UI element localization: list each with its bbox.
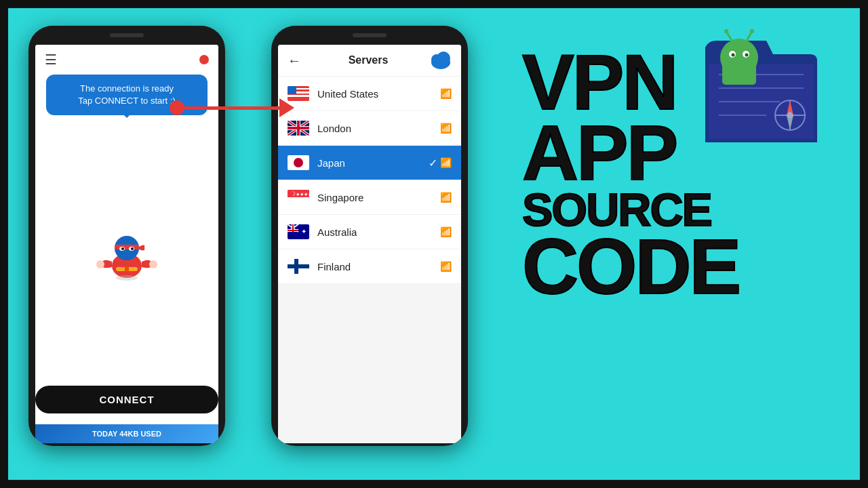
svg-point-14: [437, 52, 450, 65]
speaker: [110, 33, 144, 37]
signal-japan: 📶: [440, 157, 452, 168]
server-item-finland[interactable]: Finland 📶: [278, 249, 461, 284]
right-phone-screen: ← Servers United States 📶: [278, 45, 461, 443]
svg-rect-35: [292, 224, 294, 232]
server-name-australia: Australia: [317, 226, 440, 238]
speech-line1: The connection is ready: [57, 83, 197, 95]
app-topbar: ☰: [35, 45, 218, 75]
code-label: CODE: [522, 232, 739, 302]
server-list: United States 📶: [278, 77, 461, 284]
svg-point-9: [96, 260, 104, 268]
arrow-container: [170, 98, 294, 117]
server-name-japan: Japan: [317, 157, 429, 169]
flag-sg: ☽ ★★★★★: [288, 190, 309, 205]
flag-jp: [288, 155, 309, 170]
ninja-mascot: [93, 220, 161, 287]
phone-right: ← Servers United States 📶: [271, 26, 468, 446]
svg-line-49: [727, 33, 731, 39]
right-section: VPN APP SOURCE CODE: [502, 20, 841, 468]
right-speaker: [353, 33, 387, 37]
server-item-japan[interactable]: Japan ✓ 📶: [278, 146, 461, 180]
vpn-label: VPN: [522, 47, 676, 118]
connect-button[interactable]: CONNECT: [35, 386, 218, 413]
servers-title: Servers: [307, 54, 430, 66]
left-phone-notch: [28, 26, 225, 45]
ninja-area: [35, 121, 218, 386]
flag-fi: [288, 259, 309, 274]
arrow-line: [184, 106, 279, 110]
server-item-singapore[interactable]: ☽ ★★★★★ Singapore 📶: [278, 180, 461, 215]
svg-rect-8: [125, 266, 129, 272]
signal-singapore: 📶: [440, 192, 452, 203]
server-name-singapore: Singapore: [317, 192, 440, 203]
record-dot: [199, 55, 209, 64]
svg-point-55: [732, 54, 735, 57]
hamburger-icon[interactable]: ☰: [45, 52, 57, 68]
cloud-icon: [430, 52, 452, 69]
server-item-london[interactable]: London 📶: [278, 111, 461, 146]
server-name-us: United States: [317, 88, 440, 100]
right-phone-notch: [271, 26, 468, 45]
server-item-australia[interactable]: ✦ Australia 📶: [278, 215, 461, 249]
svg-rect-25: [288, 197, 309, 205]
svg-rect-2: [115, 245, 139, 249]
signal-london: 📶: [440, 123, 452, 134]
server-item-us[interactable]: United States 📶: [278, 77, 461, 111]
svg-point-5: [121, 247, 124, 250]
server-name-finland: Finland: [317, 261, 440, 272]
svg-rect-48: [722, 58, 756, 85]
mascot-area: [685, 20, 834, 156]
phone-left: ☰ The connection is ready Tap CONNECT to…: [28, 26, 225, 446]
svg-point-50: [724, 29, 728, 33]
jp-circle: [294, 158, 303, 167]
svg-point-52: [750, 29, 754, 33]
signal-australia: 📶: [440, 226, 452, 237]
app-label: APP: [522, 118, 676, 188]
checkmark-japan: ✓: [429, 157, 437, 169]
svg-line-51: [747, 33, 751, 39]
svg-point-6: [131, 247, 134, 250]
svg-text:✦: ✦: [301, 228, 307, 235]
svg-rect-23: [288, 127, 309, 129]
back-button[interactable]: ←: [288, 53, 301, 68]
signal-finland: 📶: [440, 261, 452, 272]
svg-text:★★★★★: ★★★★★: [296, 192, 309, 197]
svg-point-10: [149, 260, 157, 268]
server-name-london: London: [317, 123, 440, 134]
arrow-head: [279, 98, 294, 117]
flag-uk: [288, 121, 309, 136]
arrow-circle: [170, 100, 184, 115]
svg-point-56: [745, 54, 749, 57]
svg-text:☽: ☽: [290, 190, 296, 197]
signal-us: 📶: [440, 88, 452, 99]
bottom-bar: TODAY 44KB USED: [35, 424, 218, 443]
svg-point-11: [116, 275, 138, 281]
servers-header: ← Servers: [278, 45, 461, 77]
flag-au: ✦: [288, 224, 309, 239]
